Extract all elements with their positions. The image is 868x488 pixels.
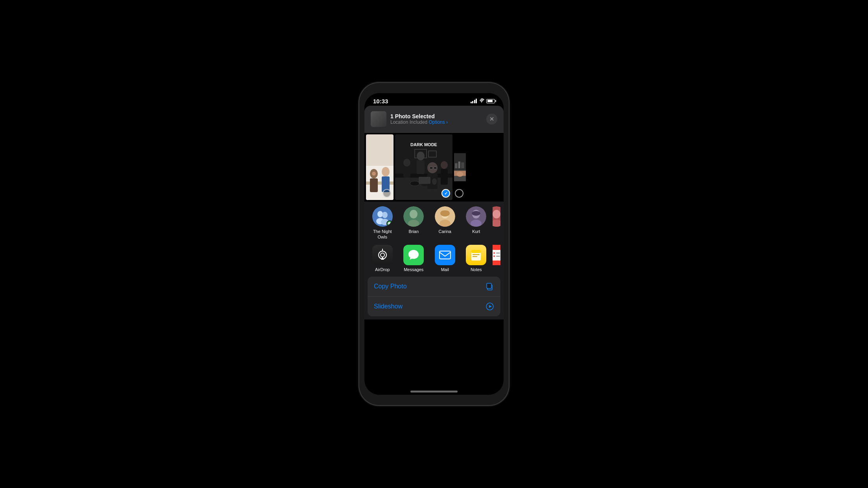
mail-icon [435, 245, 455, 265]
svg-point-36 [377, 211, 383, 217]
signal-icon [471, 99, 477, 103]
share-header: 1 Photo Selected Location Included Optio… [364, 106, 504, 133]
svg-rect-67 [496, 256, 500, 257]
copy-icon [485, 282, 494, 291]
svg-point-26 [432, 178, 437, 185]
action-rows: Copy Photo Slideshow [368, 277, 500, 316]
copy-photo-label: Copy Photo [374, 283, 407, 290]
contact-item-nightowls[interactable]: 💬 The NightOwls [368, 206, 397, 240]
phone-frame: 10:33 [359, 83, 509, 405]
content-area: 1 Photo Selected Location Included Optio… [364, 106, 504, 319]
svg-point-7 [372, 172, 376, 176]
wifi-icon [479, 98, 484, 104]
app-item-airdrop[interactable]: AirDrop [368, 245, 397, 272]
battery-icon [486, 99, 495, 103]
group-badge: 💬 [386, 220, 393, 227]
phone-screen: 10:33 [364, 93, 504, 395]
svg-rect-30 [455, 163, 457, 168]
svg-rect-20 [430, 167, 433, 169]
slideshow-label: Slideshow [374, 303, 403, 310]
svg-rect-27 [419, 177, 430, 184]
share-title: 1 Photo Selected [390, 113, 482, 119]
apps-row: AirDrop Messages [364, 243, 504, 277]
avatar-extra [493, 206, 500, 227]
svg-point-65 [493, 255, 495, 257]
options-link[interactable]: Options › [428, 119, 448, 125]
svg-point-16 [417, 152, 425, 160]
app-item-reminders[interactable] [493, 245, 500, 272]
contact-name-carina: Carina [439, 229, 451, 234]
svg-rect-17 [417, 160, 425, 174]
contact-name-kurt: Kurt [472, 229, 480, 234]
svg-point-37 [382, 212, 388, 218]
svg-point-52 [493, 210, 500, 218]
svg-point-34 [456, 172, 463, 177]
reminders-icon [493, 245, 500, 265]
messages-icon [403, 245, 424, 265]
contact-item-kurt[interactable]: Kurt [462, 206, 491, 240]
app-name-mail: Mail [441, 267, 449, 272]
close-button[interactable]: ✕ [486, 114, 497, 125]
svg-point-22 [441, 161, 448, 169]
svg-rect-23 [441, 169, 448, 185]
close-icon: ✕ [489, 116, 494, 122]
contacts-row: 💬 The NightOwls [364, 202, 504, 243]
svg-point-5 [382, 167, 390, 176]
svg-rect-57 [440, 251, 451, 259]
app-name-airdrop: AirDrop [375, 267, 390, 272]
slideshow-action[interactable]: Slideshow [368, 296, 500, 316]
app-name-notes: Notes [471, 267, 482, 272]
app-item-notes[interactable]: Notes [462, 245, 491, 272]
play-icon [485, 302, 494, 311]
svg-point-49 [472, 211, 480, 216]
checkmark-icon: ✓ [444, 191, 448, 196]
contact-name-nightowls: The NightOwls [373, 229, 392, 240]
notch [410, 93, 458, 103]
svg-rect-60 [473, 254, 480, 255]
svg-point-41 [410, 210, 417, 218]
svg-point-45 [440, 210, 450, 216]
app-item-messages[interactable]: Messages [399, 245, 429, 272]
contact-item-brian[interactable]: Brian [399, 206, 429, 240]
avatar-carina [435, 206, 455, 227]
svg-point-64 [493, 252, 495, 254]
share-subtitle: Location Included Options › [390, 119, 482, 125]
avatar-nightowls: 💬 [372, 206, 393, 227]
app-item-mail[interactable]: Mail [430, 245, 460, 272]
svg-point-55 [381, 253, 384, 257]
airdrop-icon [372, 245, 393, 265]
svg-rect-66 [496, 253, 500, 253]
svg-rect-21 [434, 167, 437, 169]
avatar-kurt [466, 206, 486, 227]
photo-item-left[interactable] [366, 134, 394, 200]
svg-rect-4 [370, 178, 378, 192]
copy-photo-action[interactable]: Copy Photo [368, 277, 500, 296]
svg-rect-61 [473, 256, 477, 257]
unselected-circle-right [455, 189, 463, 198]
status-icons [471, 98, 495, 104]
notes-icon [466, 245, 486, 265]
svg-rect-32 [461, 162, 464, 168]
app-name-messages: Messages [404, 267, 423, 272]
selected-check: ✓ [441, 189, 450, 198]
svg-point-14 [403, 159, 410, 167]
photo-item-right[interactable] [454, 134, 466, 200]
home-indicator [410, 391, 458, 393]
svg-rect-69 [487, 283, 491, 288]
photo-item-main[interactable]: DARK MODE [395, 134, 452, 200]
svg-point-24 [410, 181, 419, 186]
unselected-circle [383, 189, 391, 198]
svg-rect-15 [403, 167, 410, 178]
share-header-text: 1 Photo Selected Location Included Optio… [390, 113, 482, 125]
status-time: 10:33 [373, 98, 388, 105]
contact-item-extra[interactable] [493, 206, 500, 240]
svg-rect-31 [458, 161, 460, 168]
share-sheet: 1 Photo Selected Location Included Optio… [364, 106, 504, 319]
share-thumbnail [371, 111, 386, 127]
svg-rect-63 [493, 250, 500, 261]
svg-rect-62 [471, 250, 481, 253]
svg-text:DARK MODE: DARK MODE [410, 142, 437, 147]
contact-item-carina[interactable]: Carina [430, 206, 460, 240]
photo-strip: DARK MODE [364, 133, 504, 202]
contact-name-brian: Brian [408, 229, 419, 234]
